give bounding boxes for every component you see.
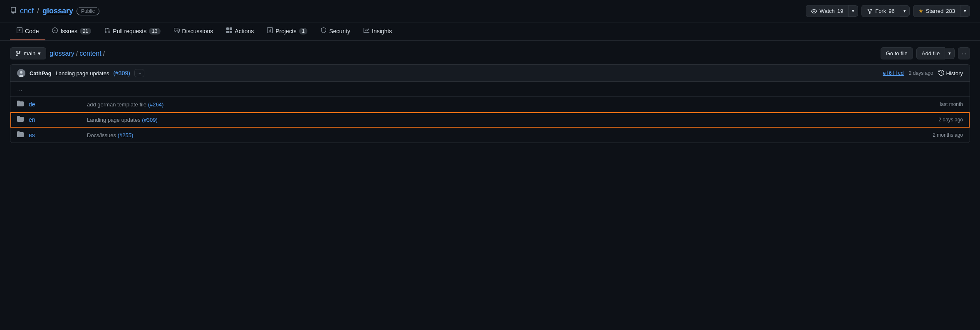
tab-pull-requests[interactable]: Pull requests 13 <box>98 22 167 40</box>
actions-icon <box>226 27 232 34</box>
security-icon <box>321 27 327 34</box>
fork-label: Fork <box>875 8 886 14</box>
branch-bar: main ▾ glossary / content / Go to file A… <box>10 47 970 59</box>
repo-icon <box>10 7 17 15</box>
tab-actions-label: Actions <box>235 28 254 34</box>
tab-issues-label: Issues <box>60 28 77 34</box>
file-row-en[interactable]: en Landing page updates (#309) 2 days ag… <box>10 112 970 128</box>
watch-label: Watch <box>819 8 834 14</box>
breadcrumb: glossary / content / <box>49 50 105 57</box>
svg-point-2 <box>19 75 23 77</box>
star-button-group: ★ Starred 283 ▾ <box>913 5 970 17</box>
commit-right: ef6ffcd 2 days ago History <box>883 70 963 77</box>
tab-code-label: Code <box>25 28 39 34</box>
file-row-de[interactable]: de add german template file (#264) last … <box>10 97 970 112</box>
watch-count: 19 <box>837 8 843 14</box>
history-button[interactable]: History <box>938 70 963 77</box>
code-icon <box>17 27 22 34</box>
tab-issues[interactable]: Issues 21 <box>45 22 98 40</box>
repo-owner[interactable]: cncf <box>20 7 34 15</box>
tab-pr-label: Pull requests <box>113 28 146 34</box>
tab-security[interactable]: Security <box>314 22 357 40</box>
file-table: CathPag Landing page updates (#309) ··· … <box>10 64 970 143</box>
commit-link-es[interactable]: (#255) <box>118 132 134 138</box>
projects-icon <box>267 27 273 34</box>
repo-title-section: cncf / glossary Public <box>10 7 99 15</box>
branch-right: Go to file Add file ▾ ··· <box>881 47 970 59</box>
folder-icon-de <box>17 100 25 108</box>
avatar <box>17 69 25 77</box>
top-bar: cncf / glossary Public Watch 19 ▾ Fork <box>0 0 980 22</box>
tab-code[interactable]: Code <box>10 22 45 40</box>
issues-icon <box>52 27 58 34</box>
file-time-en: 2 days ago <box>921 117 963 123</box>
tab-projects-label: Projects <box>275 28 297 34</box>
commit-hash[interactable]: ef6ffcd <box>883 70 904 76</box>
fork-dropdown[interactable]: ▾ <box>900 5 910 17</box>
folder-name-es[interactable]: es <box>29 132 79 138</box>
commit-link-de[interactable]: (#264) <box>148 101 164 108</box>
folder-icon-es <box>17 131 25 139</box>
svg-point-1 <box>20 71 22 74</box>
tab-actions[interactable]: Actions <box>220 22 260 40</box>
branch-name: main <box>24 50 35 57</box>
pr-badge: 13 <box>149 28 160 34</box>
branch-selector[interactable]: main ▾ <box>10 47 46 59</box>
tab-insights[interactable]: Insights <box>357 22 398 40</box>
main-content: main ▾ glossary / content / Go to file A… <box>0 41 980 150</box>
tab-discussions[interactable]: Discussions <box>167 22 220 40</box>
commit-author[interactable]: CathPag <box>30 70 52 76</box>
nav-tabs: Code Issues 21 Pull requests 13 Discussi… <box>0 22 980 41</box>
file-time-es: 2 months ago <box>921 132 963 138</box>
add-file-button[interactable]: Add file <box>916 47 945 59</box>
breadcrumb-path[interactable]: content <box>79 50 101 57</box>
avatar-image <box>17 69 25 77</box>
commit-info: CathPag Landing page updates (#309) ··· <box>17 69 144 77</box>
tab-insights-label: Insights <box>372 28 392 34</box>
more-options-button[interactable]: ··· <box>958 47 970 59</box>
folder-name-en[interactable]: en <box>29 116 79 123</box>
file-row-es[interactable]: es Docs/issues (#255) 2 months ago <box>10 128 970 143</box>
branch-dropdown-icon: ▾ <box>38 50 41 57</box>
tab-security-label: Security <box>329 28 350 34</box>
commit-msg-en: Landing page updates (#309) <box>79 117 921 123</box>
header-actions: Watch 19 ▾ Fork 96 ▾ ★ Starred 283 ▾ <box>806 5 970 17</box>
folder-name-de[interactable]: de <box>29 101 79 108</box>
commit-msg-es: Docs/issues (#255) <box>79 132 921 138</box>
commit-pr-link[interactable]: (#309) <box>113 70 130 76</box>
add-file-button-group: Add file ▾ <box>916 47 955 59</box>
commit-menu-button[interactable]: ··· <box>134 69 144 77</box>
starred-label: Starred <box>926 8 944 14</box>
tab-discussions-label: Discussions <box>182 28 213 34</box>
watch-button[interactable]: Watch 19 <box>806 5 849 17</box>
fork-button-group: Fork 96 ▾ <box>861 5 909 17</box>
dotdot-text: … <box>17 86 22 92</box>
star-button[interactable]: ★ Starred 283 <box>913 5 960 17</box>
repo-name[interactable]: glossary <box>42 7 73 15</box>
commit-link-en[interactable]: (#309) <box>142 117 158 123</box>
commit-row: CathPag Landing page updates (#309) ··· … <box>10 65 970 82</box>
repo-separator: / <box>37 7 39 15</box>
watch-dropdown[interactable]: ▾ <box>849 5 858 17</box>
insights-icon <box>364 27 369 34</box>
breadcrumb-repo[interactable]: glossary <box>49 50 74 57</box>
fork-count: 96 <box>888 8 894 14</box>
history-label: History <box>946 70 963 76</box>
fork-button[interactable]: Fork 96 <box>861 5 900 17</box>
public-badge: Public <box>77 7 99 15</box>
tab-projects[interactable]: Projects 1 <box>260 22 314 40</box>
file-time-de: last month <box>921 101 963 107</box>
parent-dir-row: … <box>10 82 970 97</box>
commit-message: Landing page updates <box>56 70 109 76</box>
breadcrumb-sep2: / <box>103 50 105 57</box>
commit-msg-de: add german template file (#264) <box>79 101 921 108</box>
discussions-icon <box>174 27 180 34</box>
issues-badge: 21 <box>80 28 91 34</box>
commit-time: 2 days ago <box>909 70 933 76</box>
branch-left: main ▾ glossary / content / <box>10 47 105 59</box>
add-file-dropdown[interactable]: ▾ <box>945 48 955 59</box>
breadcrumb-sep1: / <box>76 50 78 57</box>
go-to-file-button[interactable]: Go to file <box>881 47 913 59</box>
star-dropdown[interactable]: ▾ <box>960 5 970 17</box>
history-icon <box>938 70 944 77</box>
